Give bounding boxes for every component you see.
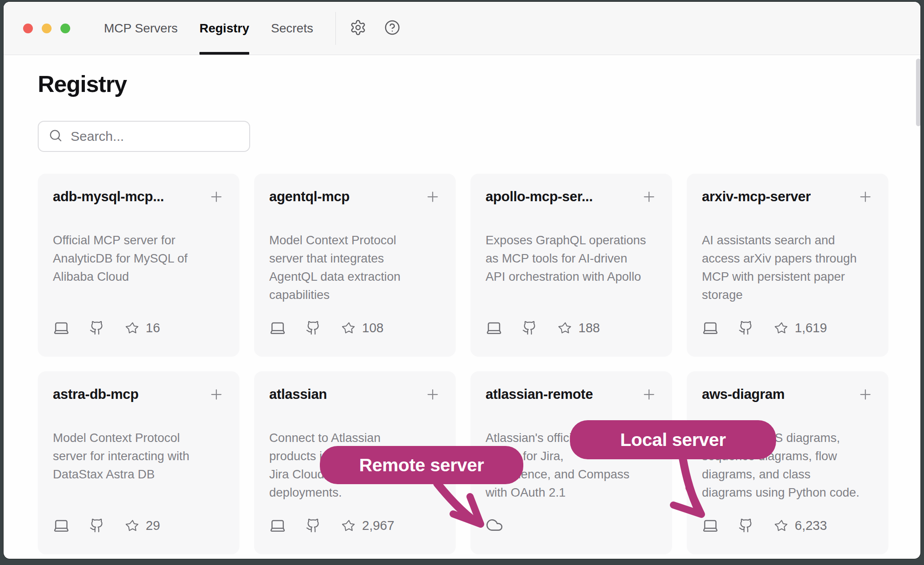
- star-count: 2,967: [362, 518, 394, 533]
- minimize-button[interactable]: [42, 24, 52, 33]
- star-count: 29: [146, 518, 160, 533]
- laptop-icon: [702, 319, 719, 336]
- plus-icon: [208, 199, 224, 206]
- add-server-button[interactable]: [857, 189, 873, 206]
- plus-icon: [208, 397, 224, 404]
- server-description: Official MCP server for AnalyticDB for M…: [53, 231, 224, 286]
- server-name: aws-diagram: [702, 386, 785, 403]
- server-name: arxiv-mcp-server: [702, 188, 811, 206]
- server-description: AI assistants search and access arXiv pa…: [702, 231, 873, 304]
- star-count: 6,233: [795, 518, 827, 533]
- star-icon: [558, 321, 572, 335]
- tab-bar: MCP Servers Registry Secrets: [104, 2, 313, 55]
- help-button[interactable]: [382, 19, 402, 38]
- star-count: 16: [146, 321, 160, 335]
- star-icon: [126, 321, 139, 335]
- help-circle-icon: [384, 19, 401, 37]
- traffic-lights: [23, 24, 70, 33]
- laptop-icon: [269, 517, 286, 534]
- add-server-button[interactable]: [425, 189, 441, 206]
- add-server-button[interactable]: [208, 386, 224, 404]
- server-card-apollo-mcp-server[interactable]: apollo-mcp-ser... Exposes GraphQL operat…: [470, 174, 672, 357]
- star-icon: [775, 519, 789, 533]
- plus-icon: [425, 199, 441, 206]
- server-name: astra-db-mcp: [53, 386, 139, 403]
- star-icon: [126, 519, 139, 533]
- tab-secrets[interactable]: Secrets: [271, 2, 313, 55]
- cloud-icon: [486, 516, 503, 534]
- tab-registry[interactable]: Registry: [199, 2, 249, 55]
- star-count: 1,619: [795, 321, 827, 335]
- star-count: 188: [578, 321, 600, 335]
- add-server-button[interactable]: [641, 189, 657, 206]
- laptop-icon: [486, 319, 502, 336]
- tab-mcp-servers[interactable]: MCP Servers: [104, 2, 178, 55]
- server-name: atlassian-remote: [486, 386, 593, 403]
- plus-icon: [641, 199, 657, 206]
- scrollbar-thumb[interactable]: [916, 59, 920, 126]
- plus-icon: [641, 397, 657, 404]
- zoom-button[interactable]: [60, 24, 70, 33]
- github-icon: [306, 320, 321, 335]
- gear-icon: [350, 19, 366, 37]
- github-icon: [89, 320, 104, 335]
- add-server-button[interactable]: [641, 386, 657, 404]
- search-box[interactable]: [38, 121, 250, 152]
- server-card-arxiv-mcp-server[interactable]: arxiv-mcp-server AI assistants search an…: [687, 174, 888, 357]
- github-icon: [306, 518, 321, 533]
- github-icon: [738, 518, 753, 533]
- server-card-agentql-mcp[interactable]: agentql-mcp Model Context Protocol serve…: [254, 174, 456, 357]
- laptop-icon: [702, 517, 719, 534]
- github-icon: [738, 320, 753, 335]
- star-count: 108: [362, 321, 383, 335]
- server-card-astra-db-mcp[interactable]: astra-db-mcp Model Context Protocol serv…: [38, 371, 239, 554]
- laptop-icon: [53, 517, 70, 534]
- search-icon: [48, 128, 63, 144]
- server-grid: adb-mysql-mcp... Official MCP server for…: [38, 174, 892, 554]
- server-card-aws-diagram[interactable]: aws-diagram Generate AWS diagrams, seque…: [687, 371, 888, 554]
- plus-icon: [425, 397, 441, 404]
- title-bar: MCP Servers Registry Secrets: [4, 2, 920, 55]
- star-icon: [342, 321, 356, 335]
- add-server-button[interactable]: [857, 386, 873, 404]
- server-name: atlassian: [269, 386, 327, 403]
- laptop-icon: [269, 319, 286, 336]
- plus-icon: [857, 199, 873, 206]
- page-title: Registry: [38, 71, 892, 97]
- remote-server-callout: Remote server: [320, 446, 523, 484]
- local-server-callout: Local server: [570, 420, 776, 459]
- server-description: Model Context Protocol server that integ…: [269, 231, 441, 304]
- close-button[interactable]: [23, 24, 33, 33]
- screen: MCP Servers Registry Secrets Registry: [0, 0, 924, 565]
- server-description: Exposes GraphQL operations as MCP tools …: [486, 231, 657, 286]
- github-icon: [522, 320, 537, 335]
- laptop-icon: [53, 319, 70, 336]
- star-icon: [342, 519, 356, 533]
- server-name: agentql-mcp: [269, 188, 350, 206]
- star-icon: [775, 321, 789, 335]
- add-server-button[interactable]: [425, 386, 441, 404]
- search-input[interactable]: [71, 129, 239, 144]
- server-description: Model Context Protocol server for intera…: [53, 429, 224, 483]
- header-divider: [335, 12, 336, 45]
- server-name: adb-mysql-mcp...: [53, 188, 164, 206]
- github-icon: [89, 518, 104, 533]
- server-name: apollo-mcp-ser...: [486, 188, 593, 206]
- settings-button[interactable]: [348, 19, 368, 38]
- plus-icon: [857, 397, 873, 404]
- server-card-adb-mysql-mcp[interactable]: adb-mysql-mcp... Official MCP server for…: [38, 174, 239, 357]
- add-server-button[interactable]: [208, 189, 224, 206]
